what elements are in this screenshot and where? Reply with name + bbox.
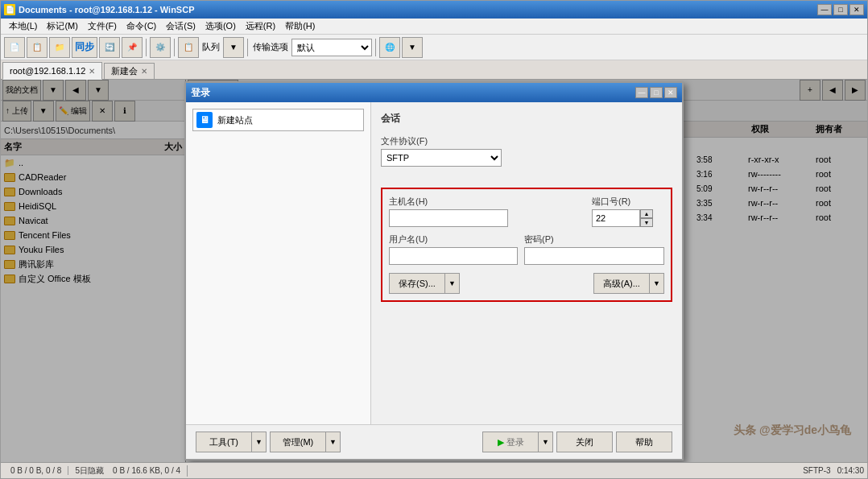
tools-button[interactable]: 工具(T) (196, 432, 252, 452)
content-area: 我的文档 ▼ ◀ ▼ ↑ 上传 ▼ ✏️ 编辑 ✕ ℹ C:\Users\105… (1, 80, 867, 462)
manage-dropdown-button[interactable]: ▼ (326, 432, 341, 452)
port-spin-up[interactable]: ▲ (640, 209, 653, 218)
queue-button[interactable]: 📋 (178, 37, 199, 58)
toolbar-btn-1[interactable]: 📄 (4, 37, 25, 58)
menu-options[interactable]: 选项(O) (200, 19, 241, 34)
modal-minimize-button[interactable]: — (635, 87, 648, 98)
new-site-icon: 🖥 (196, 112, 213, 128)
user-pass-row: 用户名(U) 密码(P) (389, 233, 664, 265)
tab-new-label: 新建会 (111, 65, 138, 77)
host-label: 主机名(H) (389, 196, 585, 208)
toolbar-btn-4[interactable]: 🔄 (99, 37, 120, 58)
modal-title-buttons: — □ ✕ (635, 87, 677, 98)
menu-file[interactable]: 文件(F) (83, 19, 122, 34)
modal-footer-left: 工具(T) ▼ 管理(M) ▼ (196, 432, 341, 452)
status-right-section: SFTP-3 0:14:30 (803, 466, 864, 475)
action-buttons-row: 保存(S)... ▼ 高级(A)... ▼ (389, 273, 664, 294)
manage-label: 管理(M) (283, 436, 314, 448)
host-input[interactable] (389, 209, 508, 227)
close-label: 关闭 (576, 436, 593, 448)
tab-root[interactable]: root@192.168.1.12 ✕ (2, 62, 102, 80)
status-time: 0:14:30 (837, 466, 864, 475)
minimize-button[interactable]: — (817, 4, 832, 15)
toolbar-separator-4 (375, 39, 376, 56)
help-modal-button[interactable]: 帮助 (616, 432, 672, 452)
toolbar-separator-3 (247, 39, 248, 56)
toolbar-separator-2 (174, 39, 175, 56)
modal-close-button[interactable]: ✕ (664, 87, 677, 98)
status-sftp: SFTP-3 (803, 466, 830, 475)
manage-button[interactable]: 管理(M) (270, 432, 326, 452)
transfer-select[interactable]: 默认 (291, 39, 372, 56)
tab-new-close[interactable]: ✕ (141, 67, 147, 76)
advanced-button[interactable]: 高级(A)... (593, 273, 650, 294)
pass-label: 密码(P) (524, 233, 664, 246)
modal-body: 🖥 新建站点 会话 文件协议(F) SFTP (186, 102, 682, 424)
credentials-box: 主机名(H) 端口号(R) ▲ ▼ (381, 188, 672, 302)
toolbar: 📄 📋 📁 同步 🔄 📌 ⚙️ 📋 队列 ▼ 传输选项 默认 🌐 ▼ (1, 35, 867, 60)
tab-bar: root@192.168.1.12 ✕ 新建会 ✕ (1, 60, 867, 80)
main-window: 📄 Documents - root@192.168.1.12 - WinSCP… (0, 0, 868, 479)
tools-dropdown-button[interactable]: ▼ (252, 432, 267, 452)
login-label: 登录 (506, 436, 524, 448)
manage-btn-group: 管理(M) ▼ (270, 432, 341, 452)
status-left: 0 B / 0 B, 0 / 8 (4, 466, 68, 475)
status-middle: 5日隐藏 0 B / 16.6 KB, 0 / 4 (68, 465, 188, 477)
toolbar-btn-5[interactable]: 📌 (122, 37, 143, 58)
maximize-button[interactable]: □ (833, 4, 848, 15)
port-spin-buttons: ▲ ▼ (640, 209, 653, 227)
close-button[interactable]: ✕ (849, 4, 864, 15)
help-label: 帮助 (635, 436, 653, 448)
tools-label: 工具(T) (209, 436, 238, 448)
protocol-select[interactable]: SFTP FTP SCP (381, 149, 502, 167)
menu-remote[interactable]: 远程(R) (241, 19, 280, 34)
modal-footer: 工具(T) ▼ 管理(M) ▼ (186, 424, 682, 459)
port-label: 端口号(R) (592, 196, 664, 208)
title-bar: 📄 Documents - root@192.168.1.12 - WinSCP… (1, 1, 867, 19)
new-site-item[interactable]: 🖥 新建站点 (192, 109, 364, 131)
user-label: 用户名(U) (389, 233, 518, 246)
toolbar-btn-2[interactable]: 📋 (27, 37, 48, 58)
login-icon: ▶ (498, 437, 504, 448)
menu-bar: 本地(L) 标记(M) 文件(F) 命令(C) 会话(S) 选项(O) 远程(R… (1, 19, 867, 35)
tab-root-close[interactable]: ✕ (89, 67, 95, 76)
user-input[interactable] (389, 247, 518, 265)
protocol-row: SFTP FTP SCP (381, 149, 672, 167)
settings-button[interactable]: ⚙️ (150, 37, 171, 58)
menu-session[interactable]: 会话(S) (161, 19, 200, 34)
port-spin-down[interactable]: ▼ (640, 218, 653, 227)
menu-mark[interactable]: 标记(M) (42, 19, 83, 34)
login-dropdown-button[interactable]: ▼ (539, 432, 553, 452)
menu-help[interactable]: 帮助(H) (280, 19, 320, 34)
new-site-label: 新建站点 (217, 114, 253, 126)
menu-command[interactable]: 命令(C) (122, 19, 161, 34)
modal-session-settings: 会话 文件协议(F) SFTP FTP SCP (371, 102, 682, 424)
close-modal-button[interactable]: 关闭 (556, 432, 613, 452)
menu-local[interactable]: 本地(L) (4, 19, 42, 34)
port-input[interactable] (592, 209, 640, 227)
globe-button[interactable]: 🌐 (379, 37, 400, 58)
host-group: 主机名(H) (389, 196, 585, 227)
modal-title-bar: 登录 — □ ✕ (186, 83, 682, 102)
sync-button[interactable]: 同步 (72, 37, 97, 58)
advanced-dropdown-button[interactable]: ▼ (650, 273, 664, 294)
host-port-row: 主机名(H) 端口号(R) ▲ ▼ (389, 196, 664, 227)
modal-maximize-button[interactable]: □ (650, 87, 663, 98)
pass-input[interactable] (524, 247, 664, 265)
modal-footer-right: ▶ 登录 ▼ 关闭 帮助 (482, 432, 672, 452)
login-button[interactable]: ▶ 登录 (482, 432, 539, 452)
window-controls: — □ ✕ (817, 4, 864, 15)
login-btn-group: ▶ 登录 ▼ (482, 432, 553, 452)
globe-dropdown[interactable]: ▼ (402, 37, 423, 58)
login-modal: 登录 — □ ✕ 🖥 新建站点 (184, 81, 684, 460)
protocol-label: 文件协议(F) (381, 135, 672, 147)
save-button[interactable]: 保存(S)... (389, 273, 445, 294)
queue-dropdown[interactable]: ▼ (223, 37, 244, 58)
toolbar-btn-3[interactable]: 📁 (49, 37, 70, 58)
queue-label: 队列 (202, 41, 220, 53)
tab-new[interactable]: 新建会 ✕ (104, 63, 155, 79)
port-spinner: ▲ ▼ (592, 209, 664, 227)
save-dropdown-button[interactable]: ▼ (445, 273, 460, 294)
user-group: 用户名(U) (389, 233, 518, 265)
status-bar: 0 B / 0 B, 0 / 8 5日隐藏 0 B / 16.6 KB, 0 /… (1, 462, 867, 478)
